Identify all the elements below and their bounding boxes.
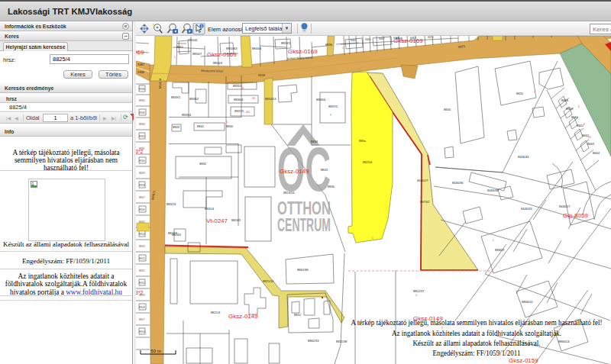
svg-text:889a: 889a xyxy=(359,139,367,143)
svg-text:8833: 8833 xyxy=(321,168,328,172)
svg-text:8467: 8467 xyxy=(379,37,385,40)
svg-text:8821/10: 8821/10 xyxy=(263,279,274,283)
svg-text:3*2: 3*2 xyxy=(136,149,144,154)
svg-text:8658: 8658 xyxy=(561,98,569,102)
svg-text:069: 069 xyxy=(136,49,144,56)
svg-text:1: 1 xyxy=(342,47,344,50)
svg-text:4: 4 xyxy=(226,121,228,124)
svg-text:Gip-8059: Gip-8059 xyxy=(563,212,588,219)
svg-text:8929: 8929 xyxy=(139,172,145,175)
svg-text:8850/7: 8850/7 xyxy=(192,52,202,56)
svg-text:8866/10: 8866/10 xyxy=(522,300,533,304)
svg-text:8842: 8842 xyxy=(197,124,205,128)
svg-text:8830: 8830 xyxy=(328,185,335,188)
svg-text:8664: 8664 xyxy=(593,151,600,155)
svg-text:8933: 8933 xyxy=(139,123,145,126)
svg-text:8862/38: 8862/38 xyxy=(297,268,309,272)
svg-text:8866/14: 8866/14 xyxy=(558,340,570,343)
svg-text:8923: 8923 xyxy=(139,245,145,248)
svg-text:3*2: 3*2 xyxy=(136,290,144,295)
svg-text:8446/27: 8446/27 xyxy=(417,179,428,182)
svg-text:2: 2 xyxy=(415,294,417,297)
svg-text:8838/2: 8838/2 xyxy=(189,97,199,101)
svg-text:8837/1: 8837/1 xyxy=(234,109,244,113)
svg-text:8446/33: 8446/33 xyxy=(521,207,532,211)
svg-text:A térkép tájékoztató jellegű,: A térkép tájékoztató jellegű, másolata s… xyxy=(351,318,603,327)
svg-text:8446/34: 8446/34 xyxy=(518,155,529,159)
svg-text:8825/6: 8825/6 xyxy=(363,160,373,164)
svg-text:8830: 8830 xyxy=(226,124,234,128)
svg-text:8446/36: 8446/36 xyxy=(452,181,464,185)
svg-text:31: 31 xyxy=(241,87,244,90)
svg-text:8843: 8843 xyxy=(173,125,180,129)
svg-text:8850/3: 8850/3 xyxy=(213,61,223,65)
svg-text:8824/5: 8824/5 xyxy=(231,218,241,222)
svg-text:8663: 8663 xyxy=(587,142,595,146)
svg-text:8446/17: 8446/17 xyxy=(559,205,571,208)
svg-text:8839/4: 8839/4 xyxy=(182,113,192,117)
svg-text:Mádi út: Mádi út xyxy=(158,78,162,89)
svg-text:Gksz-0149: Gksz-0149 xyxy=(280,168,309,175)
svg-text:8920: 8920 xyxy=(139,282,145,285)
svg-text:1: 1 xyxy=(372,237,373,240)
svg-text:6: 6 xyxy=(578,105,580,108)
svg-text:8873/2: 8873/2 xyxy=(420,200,430,204)
svg-text:8831/4: 8831/4 xyxy=(205,207,215,211)
svg-text:8866/9: 8866/9 xyxy=(495,248,505,252)
svg-text:8832: 8832 xyxy=(199,162,207,166)
svg-text:8446/38: 8446/38 xyxy=(487,188,499,192)
svg-text:8850/63: 8850/63 xyxy=(226,47,238,50)
svg-text:8837/5: 8837/5 xyxy=(328,105,338,108)
svg-text:8862/33: 8862/33 xyxy=(308,339,319,343)
svg-text:8834: 8834 xyxy=(311,140,318,143)
svg-text:Gksz-0149: Gksz-0149 xyxy=(228,313,258,320)
svg-text:8832/3: 8832/3 xyxy=(166,202,176,206)
svg-text:8850/6: 8850/6 xyxy=(188,38,198,42)
svg-text:8925: 8925 xyxy=(139,221,145,224)
svg-text:8824/13: 8824/13 xyxy=(265,97,276,101)
svg-text:8836/4: 8836/4 xyxy=(234,98,244,101)
svg-text:8851: 8851 xyxy=(176,45,184,49)
svg-text:Engedélyszám: FF/1059/1/2011: Engedélyszám: FF/1059/1/2011 xyxy=(433,349,521,357)
svg-text:Vt-0247: Vt-0247 xyxy=(206,217,228,224)
svg-text:8824/5: 8824/5 xyxy=(172,233,182,237)
svg-text:8821/3: 8821/3 xyxy=(211,311,221,314)
svg-text:9386: 9386 xyxy=(137,70,145,74)
svg-text:8924: 8924 xyxy=(139,233,145,236)
svg-text:8916: 8916 xyxy=(139,330,145,333)
svg-text:8465: 8465 xyxy=(351,39,357,42)
svg-text:10: 10 xyxy=(588,136,591,139)
svg-text:8839/1: 8839/1 xyxy=(171,95,181,99)
svg-text:8918: 8918 xyxy=(139,306,145,309)
svg-text:8660: 8660 xyxy=(571,115,579,119)
svg-text:CENTRUM: CENTRUM xyxy=(277,215,331,235)
svg-text:Mindszenti körút: Mindszenti körút xyxy=(201,69,224,73)
svg-text:8932: 8932 xyxy=(139,135,145,138)
svg-text:8811/38: 8811/38 xyxy=(336,340,348,343)
svg-text:8928: 8928 xyxy=(139,184,145,187)
svg-text:8926: 8926 xyxy=(139,208,145,211)
svg-text:Gksz-0159: Gksz-0159 xyxy=(509,357,538,364)
svg-text:9387: 9387 xyxy=(137,63,145,66)
svg-text:8470: 8470 xyxy=(428,36,434,39)
svg-text:Gksz-0169: Gksz-0169 xyxy=(393,37,423,44)
svg-text:8822: 8822 xyxy=(294,313,302,317)
svg-text:28: 28 xyxy=(252,97,255,100)
svg-text:8824/14: 8824/14 xyxy=(283,191,295,195)
svg-text:50 m: 50 m xyxy=(150,349,160,353)
svg-text:2: 2 xyxy=(534,90,535,93)
svg-text:Gksz-0169: Gksz-0169 xyxy=(207,51,237,58)
svg-text:8656: 8656 xyxy=(444,108,451,111)
svg-text:8936: 8936 xyxy=(139,88,145,91)
svg-text:8921: 8921 xyxy=(139,269,145,272)
svg-text:8927: 8927 xyxy=(139,196,145,199)
svg-text:1: 1 xyxy=(493,239,494,242)
svg-text:Az ingatlanok közhiteles adata: Az ingatlanok közhiteles adatait a földh… xyxy=(392,329,561,337)
svg-text:Készült az állami alapadatok f: Készült az állami alapadatok felhasználá… xyxy=(413,339,541,347)
svg-text:Gksz-0169: Gksz-0169 xyxy=(288,48,318,55)
svg-text:8838: 8838 xyxy=(258,73,266,77)
svg-text:8935: 8935 xyxy=(139,99,145,102)
svg-text:8853/1: 8853/1 xyxy=(281,41,291,45)
svg-text:1: 1 xyxy=(174,56,176,59)
svg-text:8853: 8853 xyxy=(458,44,466,49)
